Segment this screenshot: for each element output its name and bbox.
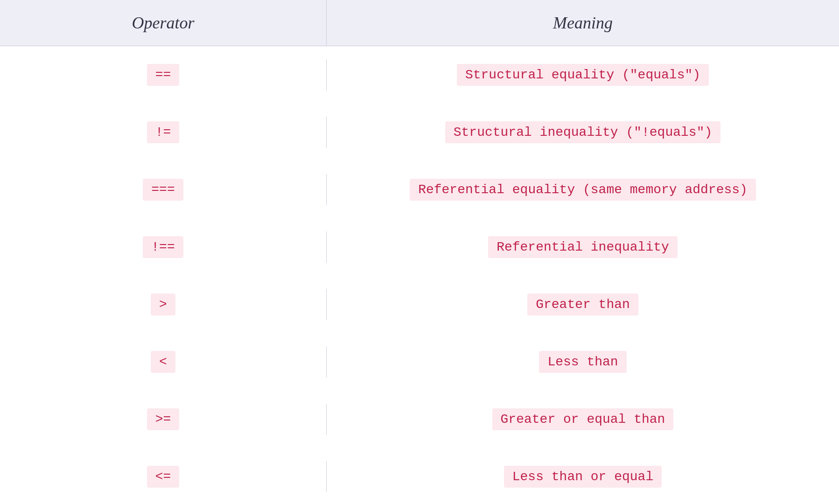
comparison-operators-table: Operator Meaning ==Structural equality (… bbox=[0, 0, 839, 504]
meaning-text: Greater or equal than bbox=[492, 408, 674, 430]
table-row: !=Structural inequality ("!equals") bbox=[0, 104, 839, 161]
operator-code: !== bbox=[143, 236, 183, 258]
meaning-cell: Greater than bbox=[327, 289, 839, 320]
meaning-text: Referential inequality bbox=[488, 236, 678, 258]
table-row: ==Structural equality ("equals") bbox=[0, 46, 839, 104]
meaning-cell: Less than bbox=[327, 346, 839, 378]
operator-cell: == bbox=[0, 59, 327, 91]
table-row: <Less than bbox=[0, 333, 839, 391]
table-header: Operator Meaning bbox=[0, 0, 839, 46]
meaning-text: Referential equality (same memory addres… bbox=[410, 179, 756, 201]
meaning-text: Less than or equal bbox=[504, 466, 662, 488]
meaning-text: Greater than bbox=[527, 294, 638, 315]
operator-cell: >= bbox=[0, 404, 327, 435]
meaning-cell: Structural equality ("equals") bbox=[327, 59, 839, 91]
operator-code: == bbox=[147, 64, 180, 86]
meaning-cell: Greater or equal than bbox=[327, 404, 839, 435]
meaning-text: Structural equality ("equals") bbox=[457, 64, 709, 86]
meaning-text: Less than bbox=[539, 351, 626, 373]
operator-cell: !== bbox=[0, 231, 327, 263]
table-row: ===Referential equality (same memory add… bbox=[0, 161, 839, 218]
meaning-cell: Referential equality (same memory addres… bbox=[327, 174, 839, 205]
meaning-text: Structural inequality ("!equals") bbox=[445, 121, 721, 143]
operator-cell: != bbox=[0, 117, 327, 148]
operator-column-header: Operator bbox=[0, 0, 327, 46]
operator-cell: <= bbox=[0, 461, 327, 492]
operator-code: >= bbox=[147, 408, 180, 430]
operator-code: <= bbox=[147, 466, 180, 488]
operator-cell: > bbox=[0, 289, 327, 320]
table-row: !==Referential inequality bbox=[0, 218, 839, 276]
meaning-column-header: Meaning bbox=[327, 0, 839, 46]
meaning-cell: Structural inequality ("!equals") bbox=[327, 117, 839, 148]
table-row: >=Greater or equal than bbox=[0, 391, 839, 448]
meaning-cell: Less than or equal bbox=[327, 461, 839, 492]
meaning-cell: Referential inequality bbox=[327, 231, 839, 263]
operator-code: < bbox=[151, 351, 175, 373]
table-body: ==Structural equality ("equals")!=Struct… bbox=[0, 46, 839, 504]
table-row: >Greater than bbox=[0, 276, 839, 333]
operator-cell: < bbox=[0, 346, 327, 378]
table-row: <=Less than or equal bbox=[0, 448, 839, 504]
operator-code: > bbox=[151, 294, 175, 315]
operator-code: != bbox=[147, 121, 180, 143]
operator-code: === bbox=[143, 179, 183, 201]
operator-cell: === bbox=[0, 174, 327, 205]
